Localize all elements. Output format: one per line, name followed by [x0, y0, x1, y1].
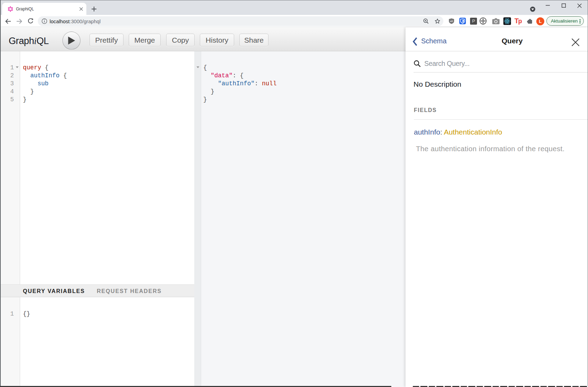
svg-text:uO: uO [450, 20, 453, 22]
